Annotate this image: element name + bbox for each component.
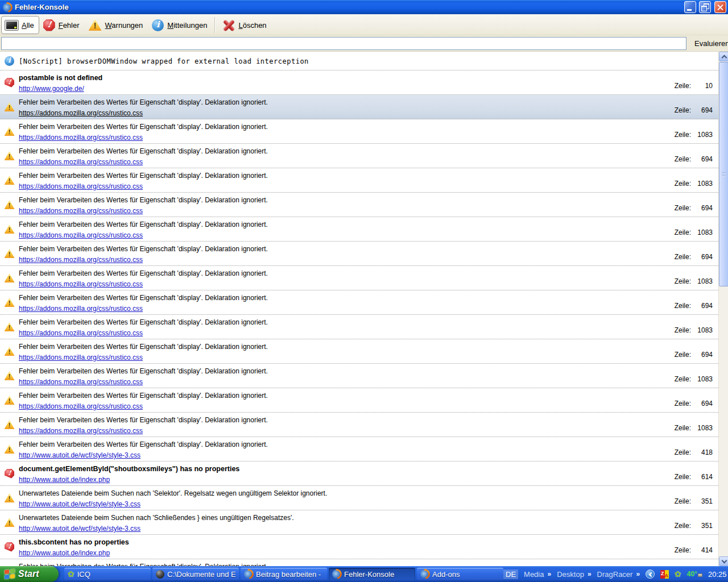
toolbar-desktop[interactable]: Desktop » bbox=[557, 570, 591, 579]
language-indicator[interactable]: DE bbox=[503, 569, 518, 579]
evaluate-button[interactable]: Evaluieren bbox=[692, 38, 728, 49]
line-label: Zeile: bbox=[675, 253, 691, 261]
message-content: Unerwartetes Dateiende beim Suchen nach … bbox=[19, 510, 675, 534]
message-icon-column bbox=[0, 242, 19, 265]
console-message-row[interactable]: Fehler beim Verarbeiten des Wertes für E… bbox=[0, 388, 718, 413]
console-message-row[interactable]: Fehler beim Verarbeiten des Wertes für E… bbox=[0, 315, 718, 339]
scroll-down-button[interactable] bbox=[719, 556, 728, 566]
message-source-link[interactable]: http://www.autoit.de/index.php bbox=[19, 476, 110, 484]
zonealarm-icon[interactable] bbox=[660, 570, 669, 579]
message-source-link[interactable]: https://addons.mozilla.org/css/rustico.c… bbox=[19, 427, 143, 435]
message-content: Fehler beim Verarbeiten des Wertes für E… bbox=[19, 364, 675, 388]
taskbar-button-fehler-konsole[interactable]: Fehler-Konsole bbox=[329, 568, 415, 580]
console-message-row[interactable]: postamble is not definedhttp://www.googl… bbox=[0, 70, 718, 95]
scroll-up-button[interactable] bbox=[719, 52, 728, 61]
message-icon-column bbox=[0, 168, 19, 192]
chevron-icon[interactable]: » bbox=[547, 570, 551, 578]
message-icon-column bbox=[0, 413, 19, 436]
warning-icon bbox=[5, 322, 15, 331]
chevron-icon[interactable]: » bbox=[588, 570, 592, 578]
console-message-row[interactable]: Fehler beim Verarbeiten des Wertes für E… bbox=[0, 119, 718, 144]
temperature-indicator[interactable]: 40° bbox=[687, 570, 702, 578]
message-icon-column bbox=[0, 510, 19, 534]
line-number: Zeile:614 bbox=[675, 462, 718, 485]
line-label: Zeile: bbox=[675, 326, 691, 334]
filter-warnings-button[interactable]: Warnungen bbox=[85, 16, 148, 34]
console-message-row[interactable]: Fehler beim Verarbeiten des Wertes für E… bbox=[0, 242, 718, 266]
console-message-row[interactable]: this.sbcontent has no propertieshttp://w… bbox=[0, 535, 718, 559]
console-message-row[interactable]: Fehler beim Verarbeiten des Wertes für E… bbox=[0, 217, 718, 242]
chevron-icon[interactable]: » bbox=[636, 570, 640, 578]
error-icon bbox=[43, 19, 55, 31]
console-message-row[interactable]: [NoScript] browserDOMWindow wrapped for … bbox=[0, 52, 718, 70]
message-source-link[interactable]: https://addons.mozilla.org/css/rustico.c… bbox=[19, 134, 143, 142]
message-source-link[interactable]: https://addons.mozilla.org/css/rustico.c… bbox=[19, 402, 143, 410]
message-source-link[interactable]: https://addons.mozilla.org/css/rustico.c… bbox=[19, 354, 143, 361]
line-value: 694 bbox=[696, 400, 713, 408]
message-source-link[interactable]: https://addons.mozilla.org/css/rustico.c… bbox=[19, 305, 143, 313]
clear-label: Löschen bbox=[238, 21, 266, 30]
line-label: Zeile: bbox=[675, 448, 691, 456]
message-source-link[interactable]: http://www.autoit.de/wcf/style/style-3.c… bbox=[19, 525, 140, 533]
taskbar-button-icq[interactable]: ✿ ICQ bbox=[64, 568, 151, 580]
line-label: Zeile: bbox=[675, 351, 691, 359]
console-message-row[interactable]: Fehler beim Verarbeiten des Wertes für E… bbox=[0, 413, 718, 437]
scrollbar-thumb[interactable] bbox=[719, 62, 728, 286]
warning-icon bbox=[5, 176, 15, 185]
console-message-row[interactable]: Fehler beim Verarbeiten des Wertes für E… bbox=[0, 559, 718, 566]
message-text: Fehler beim Verarbeiten des Wertes für E… bbox=[19, 563, 718, 566]
code-input[interactable] bbox=[1, 37, 686, 50]
console-message-row[interactable]: Fehler beim Verarbeiten des Wertes für E… bbox=[0, 437, 718, 462]
console-message-row[interactable]: Fehler beim Verarbeiten des Wertes für E… bbox=[0, 95, 718, 119]
clear-button[interactable]: Löschen bbox=[219, 16, 271, 34]
console-message-row[interactable]: Unerwartetes Dateiende beim Suchen nach … bbox=[0, 486, 718, 510]
titlebar: Fehler-Konsole bbox=[0, 0, 728, 14]
start-label: Start bbox=[18, 569, 39, 579]
taskbar-button-beitrag[interactable]: Beitrag bearbeiten - ... bbox=[241, 568, 327, 580]
console-message-row[interactable]: Unerwartetes Dateiende beim Suchen nach … bbox=[0, 510, 718, 535]
message-source-link[interactable]: https://addons.mozilla.org/css/rustico.c… bbox=[19, 280, 143, 288]
close-button[interactable] bbox=[714, 1, 726, 13]
message-source-link[interactable]: http://www.autoit.de/wcf/style/style-3.c… bbox=[19, 451, 140, 459]
console-message-row[interactable]: Fehler beim Verarbeiten des Wertes für E… bbox=[0, 193, 718, 217]
start-button[interactable]: Start bbox=[0, 566, 59, 582]
minimize-button[interactable] bbox=[684, 1, 696, 13]
filter-all-button[interactable]: Alle bbox=[1, 16, 39, 34]
console-message-row[interactable]: document.getElementById("shoutboxsmileys… bbox=[0, 462, 718, 486]
message-source-link[interactable]: https://addons.mozilla.org/css/rustico.c… bbox=[19, 329, 143, 337]
taskbar-clock[interactable]: 20:25 bbox=[708, 570, 727, 579]
hide-tray-icons-button[interactable] bbox=[646, 569, 655, 579]
taskbar-button-addons[interactable]: Add-ons bbox=[417, 568, 503, 580]
message-source-link[interactable]: http://www.autoit.de/index.php bbox=[19, 549, 110, 557]
message-source-link[interactable]: https://addons.mozilla.org/css/rustico.c… bbox=[19, 207, 143, 215]
message-source-link[interactable]: https://addons.mozilla.org/css/rustico.c… bbox=[19, 231, 143, 239]
message-text: [NoScript] browserDOMWindow wrapped for … bbox=[19, 57, 718, 66]
message-source-link[interactable]: http://www.google.de/ bbox=[19, 85, 84, 93]
icq-flower-icon[interactable]: ✿ bbox=[675, 570, 681, 578]
message-source-link[interactable]: https://addons.mozilla.org/css/rustico.c… bbox=[19, 109, 143, 117]
message-text: Fehler beim Verarbeiten des Wertes für E… bbox=[19, 123, 675, 131]
console-message-row[interactable]: Fehler beim Verarbeiten des Wertes für E… bbox=[0, 364, 718, 388]
message-source-link[interactable]: http://www.autoit.de/wcf/style/style-3.c… bbox=[19, 500, 140, 508]
message-source-link[interactable]: https://addons.mozilla.org/css/rustico.c… bbox=[19, 182, 143, 190]
message-content: Fehler beim Verarbeiten des Wertes für E… bbox=[19, 144, 675, 168]
filter-messages-button[interactable]: Mitteilungen bbox=[148, 16, 212, 34]
message-source-link[interactable]: https://addons.mozilla.org/css/rustico.c… bbox=[19, 158, 143, 166]
console-message-row[interactable]: Fehler beim Verarbeiten des Wertes für E… bbox=[0, 339, 718, 364]
toolbar-dragracer[interactable]: DragRacer » bbox=[597, 570, 640, 579]
restore-button[interactable] bbox=[699, 1, 711, 13]
toolbar-media[interactable]: Media » bbox=[524, 570, 551, 579]
console-message-row[interactable]: Fehler beim Verarbeiten des Wertes für E… bbox=[0, 168, 718, 193]
console-message-row[interactable]: Fehler beim Verarbeiten des Wertes für E… bbox=[0, 290, 718, 315]
warning-icon bbox=[5, 200, 15, 209]
message-icon-column bbox=[0, 486, 19, 510]
message-icon-column bbox=[0, 290, 19, 314]
console-message-row[interactable]: Fehler beim Verarbeiten des Wertes für E… bbox=[0, 266, 718, 290]
line-number: Zeile:694 bbox=[675, 388, 718, 412]
taskbar-button-dokumente[interactable]: C:\Dokumente und Ei... bbox=[152, 568, 239, 580]
console-message-row[interactable]: Fehler beim Verarbeiten des Wertes für E… bbox=[0, 144, 718, 168]
message-source-link[interactable]: https://addons.mozilla.org/css/rustico.c… bbox=[19, 378, 143, 386]
message-source-link[interactable]: https://addons.mozilla.org/css/rustico.c… bbox=[19, 256, 143, 264]
vertical-scrollbar[interactable] bbox=[718, 52, 728, 566]
filter-errors-button[interactable]: Fehler bbox=[39, 16, 85, 34]
